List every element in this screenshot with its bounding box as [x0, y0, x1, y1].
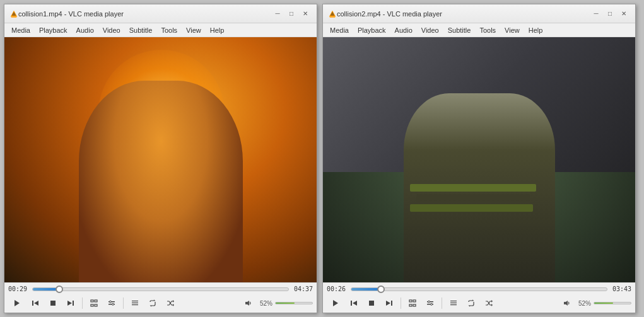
menu-help-1[interactable]: Help: [206, 25, 229, 35]
volume-fill-1: [276, 303, 295, 304]
playlist-btn-1[interactable]: [127, 296, 143, 311]
stop-btn-1[interactable]: [45, 296, 61, 311]
buttons-row-2: 52%: [327, 295, 631, 311]
progress-thumb-2[interactable]: [377, 285, 385, 293]
video-area-2[interactable]: [323, 37, 635, 282]
minimize-btn-2[interactable]: ─: [590, 8, 602, 20]
maximize-btn-2[interactable]: □: [604, 8, 616, 20]
vlc-icon-1: [9, 9, 18, 18]
random-btn-2[interactable]: [481, 296, 497, 311]
svg-rect-11: [91, 304, 93, 306]
prev-btn-2[interactable]: [346, 296, 362, 311]
svg-marker-26: [333, 300, 338, 306]
controls-1: 00:29 04:37: [4, 282, 317, 313]
svg-marker-45: [564, 301, 568, 306]
volume-track-2[interactable]: [594, 302, 631, 304]
time-total-2: 03:43: [611, 285, 631, 292]
title-bar-2: collision2.mp4 - VLC media player ─ □ ✕: [323, 4, 635, 23]
menu-audio-1[interactable]: Audio: [72, 25, 98, 35]
menu-help-2[interactable]: Help: [524, 25, 547, 35]
sep2-2: [442, 297, 442, 309]
time-total-1: 04:37: [293, 285, 313, 292]
next-btn-1[interactable]: [62, 296, 79, 311]
menu-subtitle-1[interactable]: Subtitle: [125, 25, 157, 35]
svg-rect-35: [413, 304, 416, 306]
minimize-btn-1[interactable]: ─: [271, 8, 284, 20]
progress-row-2: 00:26 03:43: [327, 285, 631, 292]
menu-subtitle-2[interactable]: Subtitle: [443, 25, 476, 35]
volume-icon-1: [245, 299, 252, 307]
time-current-1: 00:29: [8, 285, 28, 292]
menu-media-2[interactable]: Media: [325, 25, 353, 35]
volume-pct-1: 52%: [255, 300, 272, 307]
close-btn-2[interactable]: ✕: [618, 8, 630, 20]
progress-fill-2: [351, 288, 381, 291]
play-btn-1[interactable]: [8, 295, 26, 311]
fullscreen-btn-1[interactable]: [86, 296, 102, 311]
menu-media-1[interactable]: Media: [7, 25, 35, 35]
time-current-2: 00:26: [327, 285, 347, 292]
svg-rect-6: [50, 301, 56, 306]
sep1-2: [401, 297, 401, 309]
menu-playback-1[interactable]: Playback: [35, 25, 72, 35]
random-btn-1[interactable]: [162, 296, 179, 311]
svg-marker-21: [173, 300, 174, 303]
next-btn-2[interactable]: [381, 296, 397, 311]
svg-rect-27: [351, 301, 352, 306]
svg-rect-30: [391, 301, 392, 306]
svg-rect-7: [73, 301, 74, 306]
menu-playback-2[interactable]: Playback: [353, 25, 390, 35]
sep2-1: [123, 297, 124, 309]
volume-section-2: 52%: [563, 299, 631, 307]
progress-thumb-1[interactable]: [56, 285, 63, 293]
close-btn-1[interactable]: ✕: [299, 8, 312, 20]
prev-btn-1[interactable]: [27, 296, 44, 311]
menu-tools-2[interactable]: Tools: [475, 25, 500, 35]
maximize-btn-1[interactable]: □: [285, 8, 298, 20]
svg-rect-4: [32, 301, 33, 306]
svg-rect-40: [450, 301, 457, 301]
extended-btn-2[interactable]: [422, 296, 438, 311]
svg-marker-44: [491, 300, 493, 303]
svg-marker-22: [245, 301, 249, 306]
svg-rect-34: [409, 304, 412, 306]
menu-bar-2: Media Playback Audio Video Subtitle Tool…: [323, 23, 635, 37]
svg-rect-41: [450, 303, 457, 303]
svg-rect-2: [11, 16, 17, 17]
svg-marker-28: [353, 301, 357, 306]
svg-rect-17: [132, 301, 138, 301]
volume-icon-2: [563, 299, 571, 307]
progress-track-2[interactable]: [351, 287, 607, 291]
video-area-1[interactable]: [4, 37, 317, 282]
play-btn-2[interactable]: [327, 295, 344, 311]
loop-btn-2[interactable]: [463, 296, 479, 311]
volume-track-1[interactable]: [275, 302, 313, 304]
menu-view-2[interactable]: View: [500, 25, 524, 35]
menu-tools-1[interactable]: Tools: [156, 25, 182, 35]
volume-section-1: 52%: [245, 299, 313, 307]
menu-audio-2[interactable]: Audio: [390, 25, 417, 35]
volume-pct-2: 52%: [573, 300, 591, 307]
fullscreen-btn-2[interactable]: [404, 296, 421, 311]
title-controls-2: ─ □ ✕: [590, 8, 630, 20]
loop-btn-1[interactable]: [144, 296, 161, 311]
playlist-btn-2[interactable]: [445, 296, 462, 311]
vlc-icon-2: [328, 9, 337, 18]
menu-video-1[interactable]: Video: [98, 25, 125, 35]
svg-rect-10: [95, 300, 97, 302]
svg-point-39: [431, 303, 433, 305]
extended-btn-1[interactable]: [103, 296, 120, 311]
svg-point-15: [110, 301, 112, 303]
stop-btn-2[interactable]: [363, 296, 380, 311]
menu-video-2[interactable]: Video: [417, 25, 443, 35]
volume-fill-2: [594, 303, 613, 304]
svg-marker-8: [67, 301, 72, 306]
svg-rect-19: [132, 304, 138, 305]
svg-point-16: [112, 303, 114, 305]
buttons-row-1: 52%: [8, 295, 313, 311]
svg-marker-20: [173, 304, 174, 306]
menu-view-1[interactable]: View: [182, 25, 206, 35]
svg-rect-18: [132, 303, 138, 303]
progress-track-1[interactable]: [32, 287, 289, 291]
title-controls-1: ─ □ ✕: [271, 8, 312, 20]
